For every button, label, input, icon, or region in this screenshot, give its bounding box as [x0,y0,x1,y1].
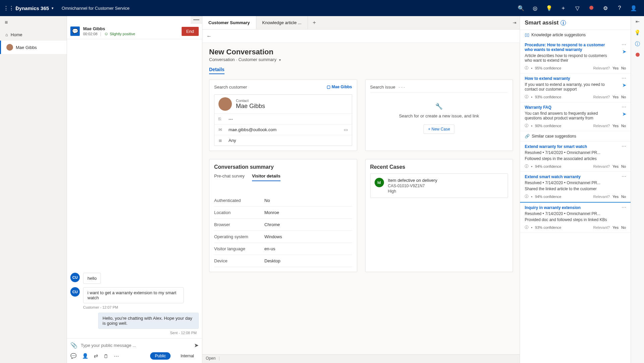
suggestion-title[interactable]: Procedure: How to respond to a customer … [525,43,626,52]
hamburger-icon[interactable]: ≡ [0,16,67,29]
case-meta: Resolved • 7/14/2020 • Omnichannel PR... [525,211,626,216]
new-case-button[interactable]: + New Case [424,124,454,134]
search-issue-label[interactable]: Search issue [370,85,395,90]
chevron-down-icon[interactable]: ▾ [279,58,281,62]
record-indicator-icon[interactable] [584,5,598,11]
transfer-icon[interactable]: ⇄ [94,353,98,359]
breadcrumb-customer-summary[interactable]: Customer summary [238,57,276,62]
back-button[interactable]: ← [206,33,212,39]
breadcrumb-conversation[interactable]: Conversation [209,57,235,62]
similar-case-item: ⋯ Extend warranty for smart watch Resolv… [520,142,631,172]
more-icon[interactable]: ⋯ [622,42,627,47]
settings-icon[interactable]: ⚙ [598,5,613,11]
record-indicator-icon[interactable] [636,53,640,57]
quick-reply-icon[interactable]: 💬 [70,353,77,359]
smart-assist-panel: Smart assist i ▯▯Knowledge article sugge… [520,16,631,363]
chevron-down-icon[interactable]: ▾ [52,6,54,10]
relevant-yes[interactable]: Yes [613,66,619,70]
add-icon[interactable]: ＋ [556,5,570,12]
more-icon[interactable]: ⋯ [622,104,627,110]
confidence: 93% confidence [535,95,561,99]
similar-case-item: ⋯ Inquiry in warranty extension Resolved… [520,202,631,233]
more-icon[interactable]: ⋯ [622,75,627,81]
brand-name: Dynamics 365 [15,5,49,11]
relevant-yes[interactable]: Yes [613,124,619,128]
more-icon[interactable]: ⋯ [114,353,119,359]
tab-knowledge-article[interactable]: Knowledge article ... [256,16,308,29]
relevant-no[interactable]: No [621,66,626,70]
confidence: 90% confidence [535,124,561,128]
relevant-yes[interactable]: Yes [613,95,619,99]
confidence: 94% confidence [535,195,561,199]
internal-toggle[interactable]: Internal [176,352,199,360]
case-title[interactable]: Inquiry in warranty extension [525,205,626,210]
chat-message: Hello, you're chatting with Alex. Hope y… [70,313,199,329]
minimize-panel-icon[interactable]: — [191,16,202,23]
more-icon[interactable]: ⋯ [622,174,627,179]
lightbulb-icon[interactable]: 💡 [634,30,641,36]
consult-icon[interactable]: 👤 [82,353,88,359]
relevant-yes[interactable]: Yes [613,225,619,229]
suggestion-desc: Article describes how to respond to cust… [525,53,626,63]
customer-link[interactable]: Mae Gibbs [327,85,352,89]
recent-case-item[interactable]: Id Item defective on delivery CAS-01010-… [370,173,508,198]
expand-panel-icon[interactable]: ⇤ [636,19,640,24]
help-icon[interactable]: ? [613,5,627,11]
contact-email[interactable]: mae.gibbs@outlook.com [229,127,276,132]
send-suggestion-icon[interactable]: ➤ [622,49,627,55]
case-title[interactable]: Extend warranty for smart watch [525,144,626,149]
send-suggestion-icon[interactable]: ➤ [622,111,627,117]
customer-avatar: CU [70,287,80,297]
info-icon[interactable]: ⓘ [635,41,640,47]
main-panel: Customer Summary Knowledge article ... ＋… [202,16,520,363]
message-text: Hello, you're chatting with Alex. Hope y… [98,313,199,329]
message-input[interactable] [81,343,191,348]
attach-icon[interactable]: 📎 [70,342,77,349]
session-panel: — 💬 Mae Gibbs 00:02:08 | Slightly positi… [67,16,202,363]
suggestion-title[interactable]: How to extend warranty [525,76,626,81]
visitor-detail-row: Operating systemWindows [214,231,352,243]
send-icon[interactable]: ➤ [194,342,199,349]
relevant-no[interactable]: No [621,95,626,99]
search-customer-label[interactable]: Search customer [214,85,247,90]
send-suggestion-icon[interactable]: ➤ [622,82,627,88]
suggestion-title[interactable]: Warranty FAQ [525,105,626,110]
tab-customer-summary[interactable]: Customer Summary [202,16,256,29]
notes-icon[interactable]: 🗒 [104,353,109,359]
target-icon[interactable]: ◎ [528,5,542,11]
contact-avatar [218,97,232,111]
relevant-no[interactable]: No [621,124,626,128]
visitor-details-tab[interactable]: Visitor details [252,173,280,181]
visitor-detail-row: AuthenticatedNo [214,195,352,207]
relevant-yes[interactable]: Yes [613,195,619,199]
filter-icon[interactable]: ▽ [570,5,584,11]
case-title[interactable]: Extend smart watch warranty [525,174,626,179]
suggestion-desc: You can find answers to frequently asked… [525,111,626,120]
more-icon[interactable]: ⋯ [622,205,627,210]
nav-contact[interactable]: Mae Gibbs [0,41,67,54]
profile-icon[interactable]: 👤 [627,5,641,11]
add-tab-button[interactable]: ＋ [308,16,321,29]
nav-home[interactable]: ⌂ Home [0,29,67,41]
end-session-button[interactable]: End [182,27,199,36]
lightbulb-icon[interactable]: 💡 [542,5,556,11]
search-icon[interactable]: 🔍 [514,5,528,11]
app-launcher-icon[interactable]: ⋮⋮⋮ [3,5,13,11]
relevant-no[interactable]: No [621,164,626,168]
details-tab[interactable]: Details [209,67,224,74]
smart-assist-title: Smart assist [525,19,559,26]
info-icon[interactable]: i [561,20,566,25]
tag-icon: ⎘ [218,116,224,121]
visitor-detail-row: BrowserChrome [214,219,352,231]
chat-message: CU hello [70,273,199,284]
issue-empty-text: Search for or create a new issue, and li… [374,113,505,118]
chat-icon[interactable]: ▭ [344,127,348,132]
public-toggle[interactable]: Public [150,352,171,360]
relevant-yes[interactable]: Yes [613,164,619,168]
relevant-no[interactable]: No [621,225,626,229]
relevant-no[interactable]: No [621,195,626,199]
visitor-detail-row: DeviceDesktop [214,255,352,267]
prechat-tab[interactable]: Pre-chat survey [214,173,245,181]
dock-right-icon[interactable]: ⇥ [513,20,516,25]
more-icon[interactable]: ⋯ [622,144,627,149]
